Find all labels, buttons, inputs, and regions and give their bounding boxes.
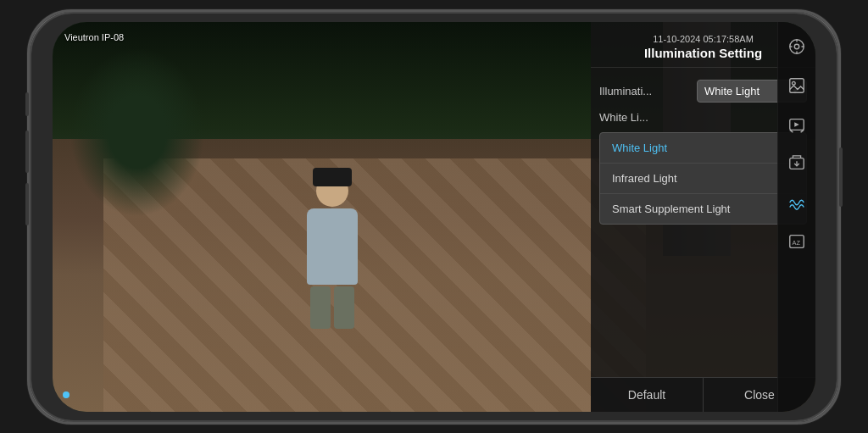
- person-head: [316, 175, 348, 207]
- option-infrared-light[interactable]: Infrared Light: [600, 164, 806, 194]
- screenshot-icon[interactable]: [782, 149, 811, 178]
- panel-title: Illumination Setting: [601, 46, 805, 60]
- playback-icon[interactable]: [782, 110, 811, 139]
- power-button[interactable]: [839, 147, 843, 207]
- person-leg-left: [310, 286, 331, 329]
- mute-button[interactable]: [25, 92, 29, 116]
- white-light-row: White Li...: [599, 111, 807, 124]
- indicator-dot: [63, 391, 70, 398]
- dropdown-menu: White Light Infrared Light Smart Supplem…: [599, 132, 807, 225]
- default-button[interactable]: Default: [591, 378, 704, 412]
- person-legs: [298, 286, 366, 329]
- camera-settings-icon[interactable]: [782, 32, 811, 61]
- illumination-label: Illuminati...: [599, 85, 652, 97]
- az-icon[interactable]: AZ: [782, 227, 811, 256]
- option-smart-supplement[interactable]: Smart Supplement Light: [600, 194, 806, 224]
- person-figure: [298, 175, 366, 327]
- scene-vegetation: [70, 47, 205, 217]
- illumination-row: Illuminati... White Light ▼: [599, 80, 807, 103]
- person-hat: [313, 168, 352, 186]
- svg-text:AZ: AZ: [793, 238, 801, 246]
- person-body: [307, 208, 358, 285]
- volume-up-button[interactable]: [25, 130, 29, 173]
- option-white-light[interactable]: White Light: [600, 133, 806, 164]
- icon-bar: AZ: [777, 22, 815, 412]
- svg-rect-6: [790, 78, 804, 92]
- phone-frame: Vieutron IP-08 11-10-2024 05:17:58AM Ill…: [27, 9, 841, 425]
- volume-down-button[interactable]: [25, 183, 29, 225]
- screen: Vieutron IP-08 11-10-2024 05:17:58AM Ill…: [53, 22, 815, 412]
- svg-point-1: [794, 44, 799, 49]
- camera-label: Vieutron IP-08: [64, 32, 124, 42]
- white-light-label: White Li...: [599, 111, 648, 124]
- image-settings-icon[interactable]: [782, 71, 811, 100]
- svg-point-7: [793, 81, 796, 85]
- motion-icon[interactable]: [782, 188, 811, 217]
- person-leg-right: [334, 286, 354, 329]
- datetime-display: 11-10-2024 05:17:58AM: [601, 34, 805, 44]
- dropdown-selected-value: White Light: [704, 85, 760, 97]
